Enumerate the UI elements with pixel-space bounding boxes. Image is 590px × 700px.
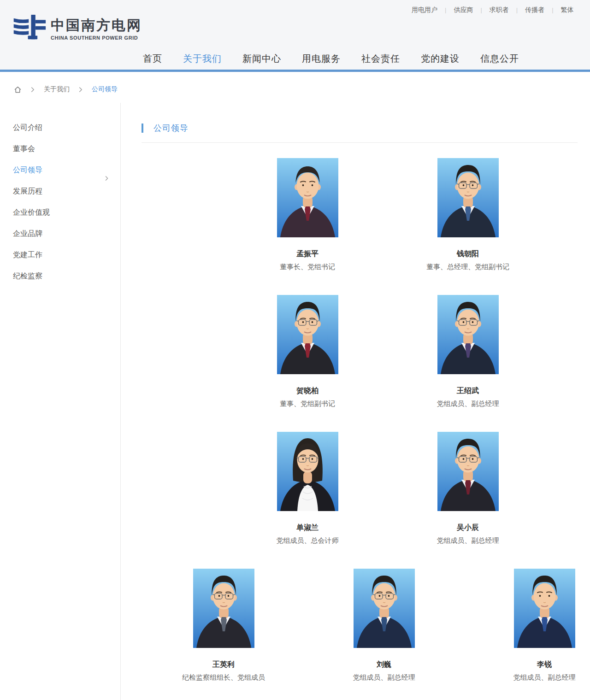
leader-title: 党组成员、副总经理 (437, 399, 499, 408)
nav-item-6[interactable]: 信息公开 (480, 52, 519, 65)
leader-title: 董事、总经理、党组副书记 (426, 262, 509, 271)
leader-title: 纪检监察组组长、党组成员 (182, 673, 265, 682)
chevron-right-icon (79, 87, 83, 92)
sidebar-item-4[interactable]: 企业价值观 (0, 202, 120, 223)
breadcrumb: 关于我们公司领导 (14, 84, 590, 95)
nav-item-0[interactable]: 首页 (143, 52, 162, 65)
leader-title: 党组成员、副总经理 (353, 673, 415, 682)
logo-title: 中国南方电网 (51, 18, 142, 33)
leader-portrait (437, 158, 499, 237)
main-panel: 公司领导 孟振平董事长、党组书记钱朝阳董事、总经理、党组副书记贺晓柏董事、党组副… (121, 103, 590, 700)
topbar-link[interactable]: 繁体 (561, 6, 574, 13)
main-nav: 首页关于我们新闻中心用电服务社会责任党的建设信息公开 (143, 52, 519, 65)
sidebar-item-label: 董事会 (13, 145, 35, 153)
leader-name: 钱朝阳 (457, 249, 479, 259)
section-divider (142, 142, 578, 143)
page-title: 公司领导 (153, 123, 189, 134)
sidebar: 公司介绍董事会公司领导发展历程企业价值观企业品牌党建工作纪检监察 (0, 103, 121, 700)
leader-card: 单淑兰党组成员、总会计师 (261, 432, 354, 545)
sidebar-item-2[interactable]: 公司领导 (0, 159, 120, 181)
sidebar-item-label: 党建工作 (13, 251, 42, 259)
sidebar-item-label: 公司介绍 (13, 124, 42, 131)
topbar-separator: | (516, 6, 518, 13)
breadcrumb-items: 关于我们公司领导 (22, 85, 118, 94)
leader-title: 党组成员、副总经理 (513, 673, 576, 682)
leader-portrait (277, 158, 338, 237)
leader-card: 钱朝阳董事、总经理、党组副书记 (422, 158, 514, 271)
sidebar-item-3[interactable]: 发展历程 (0, 181, 120, 202)
leader-title: 董事、党组副书记 (280, 399, 335, 408)
leader-portrait (277, 295, 338, 374)
leader-name: 刘巍 (377, 660, 391, 669)
sidebar-item-label: 发展历程 (13, 187, 42, 195)
leader-card: 王绍武党组成员、副总经理 (422, 295, 514, 408)
topbar-link[interactable]: 求职者 (490, 6, 509, 13)
leader-title: 党组成员、总会计师 (277, 536, 339, 545)
leader-name: 王英利 (212, 660, 235, 669)
logo-text: 中国南方电网 CHINA SOUTHERN POWER GRID (51, 14, 142, 41)
topbar-separator: | (552, 6, 553, 13)
logo-icon (13, 14, 46, 45)
leader-row: 贺晓柏董事、党组副书记王绍武党组成员、副总经理 (142, 295, 590, 432)
topbar-link[interactable]: 供应商 (454, 6, 473, 13)
topbar-link[interactable]: 用电用户 (412, 6, 437, 13)
topbar-link[interactable]: 传播者 (525, 6, 544, 13)
leader-portrait (277, 432, 338, 511)
leader-title: 董事长、党组书记 (280, 262, 335, 271)
leader-row: 单淑兰党组成员、总会计师吴小辰党组成员、副总经理 (142, 432, 590, 569)
site-header: 用电用户|供应商|求职者|传播者|繁体 中国南方电网 CHINA SOUTHER… (0, 0, 590, 72)
logo-subtitle: CHINA SOUTHERN POWER GRID (51, 35, 142, 41)
leader-portrait (514, 569, 575, 648)
leader-card: 王英利纪检监察组组长、党组成员 (177, 569, 270, 682)
leader-card: 吴小辰党组成员、副总经理 (422, 432, 514, 545)
nav-item-3[interactable]: 用电服务 (302, 52, 341, 65)
sidebar-item-label: 公司领导 (13, 166, 42, 174)
home-icon[interactable] (14, 86, 22, 94)
sidebar-item-label: 企业品牌 (13, 229, 42, 237)
breadcrumb-link-1[interactable]: 公司领导 (92, 85, 118, 94)
sidebar-item-label: 企业价值观 (13, 208, 50, 216)
content-area: 公司介绍董事会公司领导发展历程企业价值观企业品牌党建工作纪检监察 公司领导 孟振… (0, 103, 590, 700)
breadcrumb-link-0[interactable]: 关于我们 (44, 85, 70, 94)
nav-item-5[interactable]: 党的建设 (421, 52, 460, 65)
sidebar-item-label: 纪检监察 (13, 272, 42, 280)
leader-card: 贺晓柏董事、党组副书记 (261, 295, 354, 408)
topbar-separator: | (445, 6, 446, 13)
section-accent-bar (142, 124, 143, 133)
sidebar-item-7[interactable]: 纪检监察 (0, 265, 120, 287)
sidebar-item-0[interactable]: 公司介绍 (0, 117, 120, 138)
sidebar-item-5[interactable]: 企业品牌 (0, 223, 120, 244)
leader-name: 王绍武 (457, 386, 479, 395)
leader-portrait (437, 432, 499, 511)
topbar-separator: | (480, 6, 482, 13)
nav-item-2[interactable]: 新闻中心 (242, 52, 281, 65)
leader-portrait (354, 569, 415, 648)
chevron-right-icon (31, 87, 35, 92)
leader-card: 李锐党组成员、副总经理 (498, 569, 590, 682)
topbar-links: 用电用户|供应商|求职者|传播者|繁体 (412, 6, 574, 14)
leader-name: 孟振平 (296, 249, 319, 259)
company-logo[interactable]: 中国南方电网 CHINA SOUTHERN POWER GRID (13, 14, 142, 45)
leader-name: 吴小辰 (457, 523, 479, 532)
leader-portrait (437, 295, 499, 374)
sidebar-item-1[interactable]: 董事会 (0, 138, 120, 159)
leaders-grid: 孟振平董事长、党组书记钱朝阳董事、总经理、党组副书记贺晓柏董事、党组副书记王绍武… (142, 158, 590, 700)
leader-card: 孟振平董事长、党组书记 (261, 158, 354, 271)
leader-row: 王英利纪检监察组组长、党组成员刘巍党组成员、副总经理李锐党组成员、副总经理 (142, 569, 590, 700)
leader-row: 孟振平董事长、党组书记钱朝阳董事、总经理、党组副书记 (142, 158, 590, 295)
leader-name: 贺晓柏 (296, 386, 319, 395)
nav-item-4[interactable]: 社会责任 (361, 52, 400, 65)
leader-name: 李锐 (537, 660, 552, 669)
leader-name: 单淑兰 (296, 523, 319, 532)
leader-title: 党组成员、副总经理 (437, 536, 499, 545)
sidebar-item-6[interactable]: 党建工作 (0, 244, 120, 265)
leader-card: 刘巍党组成员、副总经理 (338, 569, 430, 682)
section-header: 公司领导 (142, 123, 590, 133)
leader-portrait (193, 569, 254, 648)
nav-item-1[interactable]: 关于我们 (183, 52, 222, 65)
